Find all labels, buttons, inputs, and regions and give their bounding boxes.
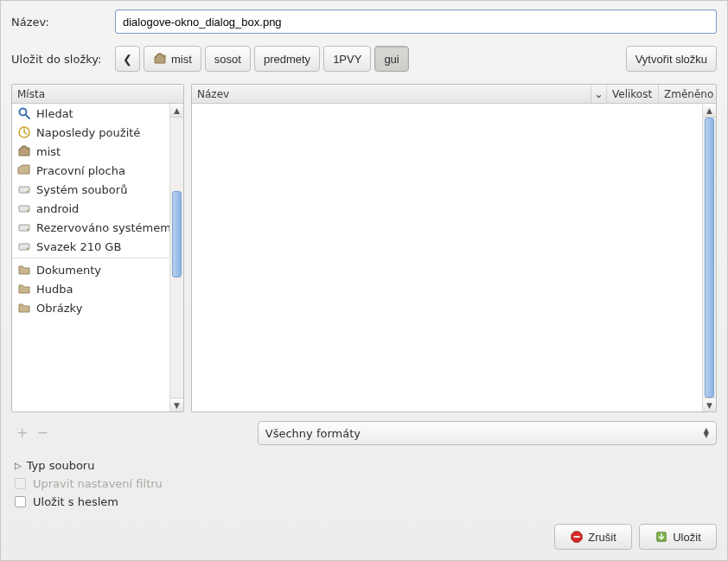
place-item[interactable]: android <box>12 199 169 218</box>
breadcrumb-mist[interactable]: mist <box>144 46 201 72</box>
breadcrumb-label: predmety <box>264 53 310 66</box>
files-header: Název ⌄ Velikost Změněno <box>192 85 716 104</box>
breadcrumb-predmety[interactable]: predmety <box>254 46 320 72</box>
scroll-thumb[interactable] <box>705 118 714 398</box>
place-item[interactable]: Hledat <box>12 104 169 123</box>
scroll-down-icon[interactable]: ▼ <box>703 398 716 411</box>
stop-icon <box>570 530 584 544</box>
breadcrumb-label: 1PVY <box>333 53 361 66</box>
save-label: Uložit <box>673 531 701 544</box>
files-list[interactable] <box>192 104 702 411</box>
filter-label: Upravit nastavení filtru <box>33 477 163 490</box>
svg-point-10 <box>27 248 29 250</box>
place-label: Systém souborů <box>36 183 127 196</box>
column-size[interactable]: Velikost <box>607 85 659 103</box>
format-select[interactable]: Všechny formáty ▲▼ <box>258 421 717 445</box>
place-label: Obrázky <box>36 302 82 315</box>
save-dialog: Název: Uložit do složky: ❮mistsosotpredm… <box>0 0 728 561</box>
create-folder-button[interactable]: Vytvořit složku <box>626 46 717 72</box>
filter-checkbox <box>15 478 26 489</box>
places-list[interactable]: HledatNaposledy použitémistPracovní ploc… <box>12 104 169 411</box>
files-panel: Název ⌄ Velikost Změněno ▲ ▼ <box>191 84 717 412</box>
place-item[interactable]: Hudba <box>12 279 169 298</box>
search-icon <box>17 106 31 120</box>
place-label: mist <box>36 145 61 158</box>
place-label: android <box>36 202 79 215</box>
place-label: Hledat <box>36 107 73 120</box>
folder-row: Uložit do složky: ❮mistsosotpredmety1PVY… <box>11 46 717 72</box>
place-item[interactable]: mist <box>12 142 169 161</box>
password-checkbox[interactable] <box>15 496 26 507</box>
scroll-up-icon[interactable]: ▲ <box>703 104 716 118</box>
files-scrollbar[interactable]: ▲ ▼ <box>702 104 716 411</box>
svg-point-8 <box>27 229 29 231</box>
place-item[interactable]: Pracovní plocha <box>12 161 169 180</box>
place-label: Rezervováno systémem <box>36 221 169 234</box>
bookmark-controls: + − <box>11 426 48 440</box>
scroll-thumb[interactable] <box>172 191 182 277</box>
place-item[interactable]: Svazek 210 GB <box>12 237 169 256</box>
add-bookmark-icon: + <box>16 426 28 440</box>
column-name[interactable]: Název <box>192 85 591 103</box>
places-header: Místa <box>12 85 183 104</box>
drive-icon <box>17 182 31 196</box>
breadcrumb-label: gui <box>384 53 399 66</box>
file-type-expander[interactable]: ▷ Typ souboru <box>15 459 717 472</box>
place-label: Dokumenty <box>36 264 101 277</box>
scroll-down-icon[interactable]: ▼ <box>170 398 183 411</box>
folder-icon <box>17 282 31 296</box>
drive-icon <box>17 201 31 215</box>
svg-point-6 <box>27 210 29 212</box>
options-area: ▷ Typ souboru Upravit nastavení filtru U… <box>11 459 717 508</box>
places-scrollbar[interactable]: ▲ ▼ <box>169 104 183 411</box>
place-item[interactable]: Rezervováno systémem <box>12 218 169 237</box>
place-label: Naposledy použité <box>36 126 140 139</box>
home-icon <box>153 52 167 66</box>
password-option[interactable]: Uložit s heslem <box>15 495 717 508</box>
cancel-label: Zrušit <box>588 531 616 544</box>
svg-line-1 <box>26 115 29 118</box>
save-in-label: Uložit do složky: <box>11 53 106 66</box>
breadcrumb-sosot[interactable]: sosot <box>205 46 251 72</box>
place-item[interactable]: Obrázky <box>12 298 169 317</box>
filename-input[interactable] <box>115 10 717 34</box>
sort-indicator-icon[interactable]: ⌄ <box>591 85 607 103</box>
places-panel: Místa HledatNaposledy použitémistPracovn… <box>11 84 184 412</box>
folder-icon <box>17 263 31 277</box>
place-item[interactable]: Dokumenty <box>12 260 169 279</box>
place-label: Svazek 210 GB <box>36 240 121 253</box>
breadcrumb-back-button[interactable]: ❮ <box>115 46 140 72</box>
save-button[interactable]: Uložit <box>639 524 717 550</box>
file-browser: Místa HledatNaposledy použitémistPracovn… <box>11 84 717 412</box>
triangle-right-icon: ▷ <box>15 461 22 470</box>
drive-icon <box>17 220 31 234</box>
action-buttons: Zrušit Uložit <box>11 524 717 550</box>
separator <box>12 258 169 258</box>
place-item[interactable]: Systém souborů <box>12 180 169 199</box>
home-icon <box>17 144 31 158</box>
svg-rect-12 <box>574 536 580 538</box>
breadcrumbs: ❮mistsosotpredmety1PVYgui <box>115 46 409 72</box>
breadcrumb-label: mist <box>171 53 192 66</box>
breadcrumb-1PVY[interactable]: 1PVY <box>323 46 371 72</box>
bottom-toolbar: + − Všechny formáty ▲▼ <box>11 421 717 445</box>
password-label: Uložit s heslem <box>33 495 118 508</box>
remove-bookmark-icon: − <box>36 426 48 440</box>
svg-point-4 <box>27 191 29 193</box>
scroll-up-icon[interactable]: ▲ <box>170 104 183 118</box>
breadcrumb-gui[interactable]: gui <box>374 46 408 72</box>
format-select-label: Všechny formáty <box>265 427 361 440</box>
recent-icon <box>17 125 31 139</box>
place-item[interactable]: Naposledy použité <box>12 123 169 142</box>
places-header-label: Místa <box>12 85 183 103</box>
column-modified[interactable]: Změněno <box>659 85 716 103</box>
name-row: Název: <box>11 10 717 34</box>
cancel-button[interactable]: Zrušit <box>554 524 632 550</box>
name-label: Název: <box>11 16 106 29</box>
place-label: Hudba <box>36 283 73 296</box>
desktop-icon <box>17 163 31 177</box>
file-type-label: Typ souboru <box>27 459 95 472</box>
place-label: Pracovní plocha <box>36 164 125 177</box>
filter-option: Upravit nastavení filtru <box>15 477 717 490</box>
breadcrumb-label: sosot <box>214 53 241 66</box>
